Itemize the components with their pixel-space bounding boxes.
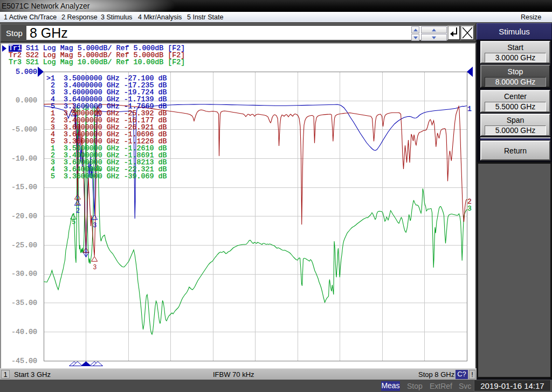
svg-text:3: 3 <box>93 222 96 229</box>
svg-text:5: 5 <box>72 219 75 226</box>
svg-text:3: 3 <box>93 264 96 271</box>
svg-text:2: 2 <box>76 207 80 215</box>
